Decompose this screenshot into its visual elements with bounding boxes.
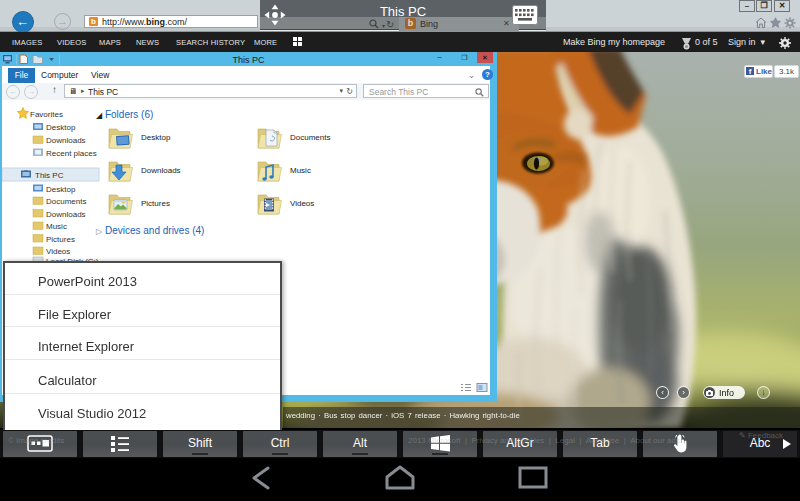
svg-text:Documents: Documents — [290, 133, 330, 142]
svg-text:Desktop: Desktop — [141, 133, 171, 142]
svg-text:Music: Music — [46, 222, 67, 231]
svg-text:Music: Music — [290, 166, 311, 175]
svg-text:Desktop: Desktop — [46, 123, 76, 132]
svg-text:Downloads: Downloads — [46, 210, 86, 219]
svg-text:Documents: Documents — [46, 197, 86, 206]
svg-text:Pictures: Pictures — [141, 199, 170, 208]
svg-text:This PC: This PC — [35, 171, 64, 180]
svg-text:Downloads: Downloads — [46, 136, 86, 145]
svg-text:Downloads: Downloads — [141, 166, 181, 175]
svg-text:Videos: Videos — [46, 247, 70, 256]
svg-text:Recent places: Recent places — [46, 149, 97, 158]
svg-text:Desktop: Desktop — [46, 185, 76, 194]
svg-text:Videos: Videos — [290, 199, 314, 208]
svg-text:Favorites: Favorites — [30, 110, 63, 119]
svg-text:Pictures: Pictures — [46, 235, 75, 244]
